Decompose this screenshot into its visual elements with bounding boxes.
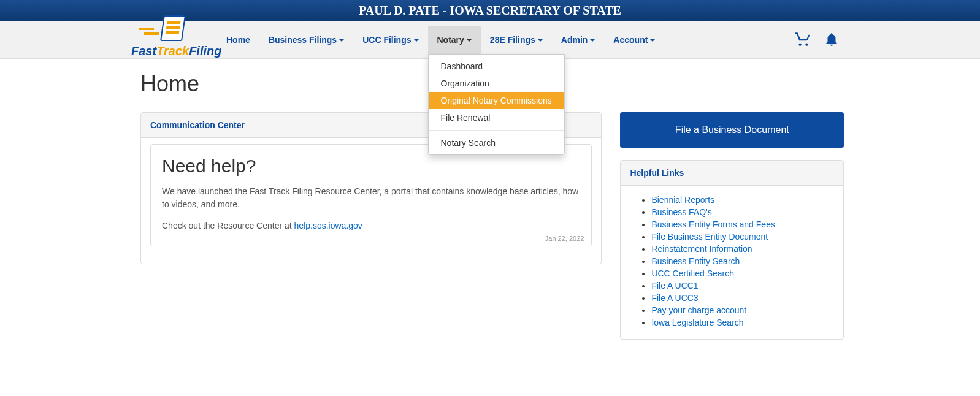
- notary-menu-search[interactable]: Notary Search: [429, 134, 564, 151]
- nav-28e-filings[interactable]: 28E Filings: [481, 26, 552, 54]
- link-business-faqs[interactable]: Business FAQ's: [651, 207, 711, 217]
- link-file-entity-document[interactable]: File Business Entity Document: [651, 232, 768, 242]
- file-business-document-button[interactable]: File a Business Document: [620, 112, 844, 148]
- nav-ucc-filings[interactable]: UCC Filings: [353, 26, 427, 54]
- navbar: FastTrackFiling Home Business Filings UC…: [0, 21, 980, 59]
- nav-admin[interactable]: Admin: [552, 26, 605, 54]
- nav-business-filings[interactable]: Business Filings: [259, 26, 353, 54]
- notary-menu-organization[interactable]: Organization: [429, 75, 564, 92]
- link-reinstatement-info[interactable]: Reinstatement Information: [651, 244, 752, 254]
- helpful-links-panel: Helpful Links Biennial Reports Business …: [620, 160, 844, 340]
- link-file-ucc1[interactable]: File A UCC1: [651, 281, 698, 291]
- nav-business-filings-link[interactable]: Business Filings: [259, 26, 353, 54]
- help-card-para2-prefix: Check out the Resource Center at: [162, 221, 294, 230]
- nav-admin-label: Admin: [561, 35, 588, 45]
- nav-28e-filings-label: 28E Filings: [490, 35, 535, 45]
- nav-home-link[interactable]: Home: [217, 26, 259, 54]
- nav-home[interactable]: Home: [217, 26, 259, 54]
- nav-account-link[interactable]: Account: [604, 26, 664, 54]
- chevron-down-icon: [339, 39, 344, 42]
- link-ucc-certified-search[interactable]: UCC Certified Search: [651, 268, 734, 278]
- link-iowa-legislature-search[interactable]: Iowa Legislature Search: [651, 318, 743, 327]
- chevron-down-icon: [414, 39, 419, 42]
- notary-dropdown: Dashboard Organization Original Notary C…: [428, 54, 565, 155]
- nav-ucc-filings-label: UCC Filings: [362, 35, 411, 45]
- link-entity-search[interactable]: Business Entity Search: [651, 256, 740, 266]
- menu-divider: [429, 130, 564, 131]
- help-card-para2: Check out the Resource Center at help.so…: [162, 219, 580, 232]
- nav-notary-link[interactable]: Notary: [428, 26, 481, 54]
- nav-account-label: Account: [613, 35, 648, 45]
- help-card: Need help? We have launched the Fast Tra…: [150, 144, 592, 246]
- link-entity-forms-fees[interactable]: Business Entity Forms and Fees: [651, 219, 775, 229]
- help-card-link[interactable]: help.sos.iowa.gov: [294, 221, 362, 230]
- link-biennial-reports[interactable]: Biennial Reports: [651, 195, 714, 205]
- link-file-ucc3[interactable]: File A UCC3: [651, 293, 698, 303]
- logo-word-fast: Fast: [131, 44, 156, 58]
- chevron-down-icon: [590, 39, 595, 42]
- nav-admin-link[interactable]: Admin: [552, 26, 605, 54]
- logo-word-track: Track: [156, 44, 189, 58]
- helpful-links-heading: Helpful Links: [621, 161, 843, 186]
- notary-menu-dashboard[interactable]: Dashboard: [429, 58, 564, 75]
- chevron-down-icon: [538, 39, 543, 42]
- logo[interactable]: FastTrackFiling: [131, 21, 217, 58]
- notary-menu-file-renewal[interactable]: File Renewal: [429, 109, 564, 126]
- communication-center-body[interactable]: Need help? We have launched the Fast Tra…: [141, 138, 601, 264]
- cart-icon[interactable]: [795, 31, 811, 49]
- notary-menu-original-commissions[interactable]: Original Notary Commissions: [429, 92, 564, 109]
- nav-28e-filings-link[interactable]: 28E Filings: [481, 26, 552, 54]
- nav-notary[interactable]: Notary Dashboard Organization Original N…: [428, 26, 481, 54]
- chevron-down-icon: [650, 39, 655, 42]
- help-card-para1: We have launched the Fast Track Filing R…: [162, 185, 580, 211]
- helpful-links-list: Biennial Reports Business FAQ's Business…: [630, 195, 834, 327]
- chevron-down-icon: [467, 39, 472, 42]
- help-card-date: Jan 22, 2022: [545, 235, 584, 242]
- link-pay-charge-account[interactable]: Pay your charge account: [651, 305, 746, 315]
- nav-business-filings-label: Business Filings: [269, 35, 337, 45]
- bell-icon[interactable]: [824, 31, 840, 49]
- top-banner: PAUL D. PATE - IOWA SECRETARY OF STATE: [0, 0, 980, 21]
- nav-notary-label: Notary: [437, 35, 464, 45]
- nav-account[interactable]: Account: [604, 26, 664, 54]
- help-card-title: Need help?: [162, 156, 580, 177]
- nav-ucc-filings-link[interactable]: UCC Filings: [353, 26, 427, 54]
